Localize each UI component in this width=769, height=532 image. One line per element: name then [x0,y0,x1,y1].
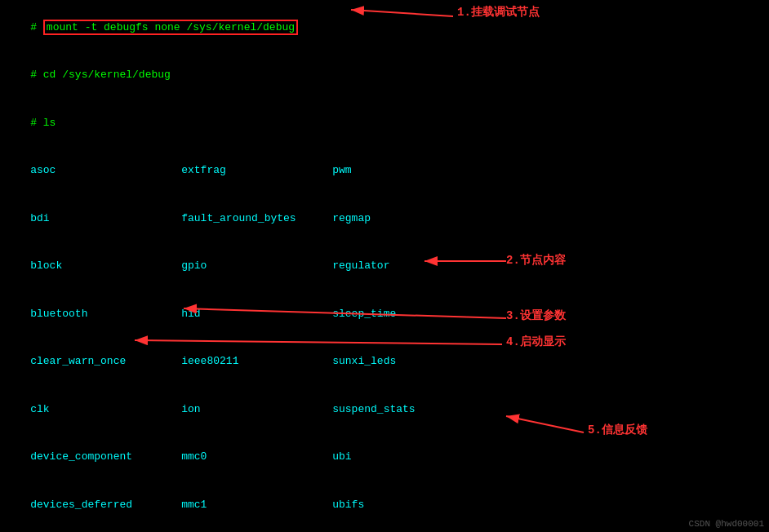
watermark: CSDN @hwd00001 [689,519,764,529]
line-mount: # mount -t debugfs none /sys/kernel/debu… [5,3,764,51]
line-ls1: # ls [5,99,764,147]
ls-row-6: clkionsuspend_stats [5,385,764,433]
ls-row-3: blockgpioregulator [5,242,764,290]
ls-row-7: device_componentmmc0ubi [5,433,764,481]
ls-row-9: dispdbgmtdusb [5,529,764,533]
annotation-5: 5.信息反馈 [588,423,647,437]
annotation-2: 2.节点内容 [506,253,566,268]
terminal: # mount -t debugfs none /sys/kernel/debu… [0,0,769,532]
ls-row-8: devices_deferredmmc1ubifs [5,481,764,529]
ls-row-5: clear_warn_onceieee80211sunxi_leds [5,338,764,386]
ls-row-2: bdifault_around_bytesregmap [5,194,764,242]
annotation-4: 4.启动显示 [506,335,566,349]
line-cd-debug: # cd /sys/kernel/debug [5,51,764,100]
annotation-1: 1.挂载调试节点 [457,5,540,20]
ls-row-4: bluetoothhidsleep_time [5,290,764,338]
annotation-3: 3.设置参数 [506,308,566,323]
ls-row-1: asocextfragpwm [5,147,764,195]
